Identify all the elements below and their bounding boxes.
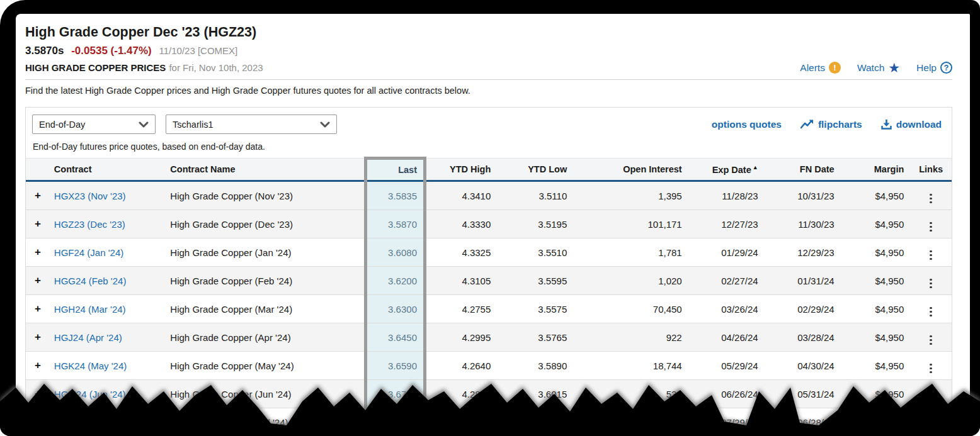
- ytd-high-cell: 4.2755: [424, 295, 497, 323]
- margin-cell: $4,950: [841, 380, 911, 408]
- contract-link[interactable]: HGJ24 (Apr '24): [54, 332, 122, 343]
- exp-date-cell: 02/27/24: [688, 267, 765, 295]
- margin-column-header[interactable]: Margin: [841, 159, 911, 181]
- expand-row-button[interactable]: +: [32, 274, 41, 286]
- exp-date-column-header[interactable]: Exp Date▲: [688, 159, 765, 181]
- expand-row-button[interactable]: +: [32, 388, 41, 400]
- contract-name-cell: High Grade Copper (Jun '24): [164, 380, 365, 408]
- contract-name-column-header[interactable]: Contract Name: [164, 159, 365, 181]
- links-menu-button[interactable]: [926, 221, 936, 233]
- links-menu-button[interactable]: [926, 391, 936, 403]
- screenshot-frame: High Grade Copper Dec '23 (HGZ23) 3.5870…: [0, 0, 980, 436]
- intro-text: Find the latest High Grade Copper prices…: [25, 84, 952, 97]
- watch-link[interactable]: Watch ★: [857, 61, 900, 74]
- ytd-low-cell: 3.6000: [497, 408, 573, 436]
- contract-link[interactable]: HGX23 (Nov '23): [54, 191, 126, 201]
- contract-name-cell: High Grade Copper (Mar '24): [164, 295, 365, 323]
- question-mark-icon: ?: [940, 62, 952, 74]
- frequency-select[interactable]: End-of-Day: [32, 115, 156, 134]
- fn-date-cell: 03/28/24: [765, 323, 841, 352]
- frequency-select-value: End-of-Day: [39, 120, 85, 130]
- expand-row-button[interactable]: +: [32, 246, 41, 258]
- ytd-low-cell: 3.5575: [497, 295, 573, 323]
- help-link[interactable]: Help ?: [916, 61, 952, 74]
- profile-select[interactable]: Tscharlis1: [166, 115, 337, 134]
- table-row: + HGJ24 (Apr '24) High Grade Copper (Apr…: [26, 323, 952, 352]
- quotes-toolbar: End-of-Day Tscharlis1 options quote: [26, 108, 952, 139]
- contract-link[interactable]: HGG24 (Feb '24): [54, 276, 127, 286]
- contract-name-cell: High Grade Copper (Apr '24): [164, 323, 365, 352]
- open-interest-cell: 1,781: [573, 238, 688, 267]
- links-menu-button[interactable]: [926, 419, 936, 432]
- open-interest-cell: 922: [573, 323, 688, 352]
- expand-row-button[interactable]: +: [32, 218, 41, 230]
- contract-link[interactable]: HGH24 (Mar '24): [54, 304, 126, 315]
- flipcharts-link[interactable]: flipcharts: [801, 119, 862, 130]
- contract-link[interactable]: HGN24 (Jul '24): [54, 417, 122, 428]
- download-label: download: [896, 119, 942, 130]
- download-link[interactable]: download: [881, 119, 942, 130]
- expand-row-button[interactable]: +: [32, 331, 41, 343]
- table-row: + HGM24 (Jun '24) High Grade Copper (Jun…: [26, 380, 952, 408]
- fn-date-cell: 02/29/24: [765, 295, 841, 323]
- contract-link[interactable]: HGK24 (May '24): [54, 361, 127, 371]
- contract-name-cell: High Grade Copper (Jan '24): [164, 238, 365, 267]
- flipchart-icon: [801, 119, 814, 130]
- fn-date-column-header[interactable]: FN Date: [765, 159, 841, 181]
- ytd-low-cell: 3.5510: [497, 238, 573, 267]
- exp-date-cell: 03/26/24: [688, 295, 765, 323]
- expand-row-button[interactable]: +: [32, 189, 41, 201]
- price-change: -0.0535 (-1.47%): [71, 45, 152, 57]
- fn-date-cell: 06/28/24: [765, 408, 841, 436]
- contract-name-cell: High Grade Copper (Feb '24): [164, 267, 365, 295]
- fn-date-cell: 01/31/24: [765, 267, 841, 295]
- contract-column-header[interactable]: Contract: [48, 159, 164, 181]
- last-price-cell: 3.6300: [365, 295, 424, 323]
- open-interest-cell: 18,744: [573, 352, 688, 380]
- fn-date-cell: 05/31/24: [765, 380, 841, 408]
- links-menu-button[interactable]: [926, 334, 936, 347]
- expand-row-button[interactable]: +: [32, 416, 41, 428]
- links-menu-button[interactable]: [926, 277, 936, 290]
- exp-date-cell: 11/28/23: [688, 181, 765, 210]
- links-menu-button[interactable]: [926, 306, 936, 318]
- contract-link[interactable]: HGZ23 (Dec '23): [54, 219, 125, 230]
- links-menu-button[interactable]: [926, 193, 936, 205]
- ytd-high-cell: 4.3325: [424, 238, 497, 267]
- options-quotes-link[interactable]: options quotes: [712, 119, 782, 130]
- fn-date-cell: 10/31/23: [765, 181, 841, 210]
- last-column-header[interactable]: Last: [365, 159, 424, 181]
- table-row: + HGN24 (Jul '24) High Grade Copper (Jul…: [26, 408, 952, 436]
- fn-date-cell: 04/30/24: [765, 352, 841, 380]
- links-menu-button[interactable]: [926, 249, 936, 262]
- open-interest-column-header[interactable]: Open Interest: [573, 159, 688, 181]
- open-interest-cell: 12,081: [573, 408, 688, 436]
- links-menu-button[interactable]: [926, 362, 936, 375]
- last-price: 3.5870s: [25, 45, 64, 57]
- ytd-low-column-header[interactable]: YTD Low: [497, 159, 573, 181]
- ytd-low-cell: 3.5890: [497, 352, 573, 380]
- contract-link[interactable]: HGF24 (Jan '24): [54, 247, 123, 258]
- ytd-high-column-header[interactable]: YTD High: [424, 159, 497, 181]
- expand-row-button[interactable]: +: [32, 303, 41, 315]
- links-column-header: Links: [910, 159, 952, 181]
- exp-date-label: Exp Date: [712, 165, 751, 175]
- expand-row-button[interactable]: +: [32, 359, 41, 371]
- last-price-cell: 3.6730: [365, 380, 424, 408]
- expand-column-header: [26, 159, 48, 181]
- margin-cell: $4,950: [841, 295, 911, 323]
- margin-cell: $4,950: [841, 352, 911, 380]
- table-caption: End-of-Day futures price quotes, based o…: [26, 139, 952, 157]
- contract-link[interactable]: HGM24 (Jun '24): [54, 389, 126, 400]
- ytd-low-cell: 3.5195: [497, 210, 573, 238]
- help-label: Help: [916, 61, 937, 74]
- margin-cell: $4,950: [841, 210, 911, 238]
- contract-name-cell: High Grade Copper (May '24): [164, 352, 365, 380]
- open-interest-cell: 101,171: [573, 210, 688, 238]
- alerts-link[interactable]: Alerts !: [800, 61, 841, 74]
- contract-name-cell: High Grade Copper (Dec '23): [164, 210, 365, 238]
- download-icon: [881, 119, 892, 130]
- star-icon: ★: [888, 62, 900, 74]
- options-quotes-label: options quotes: [712, 119, 782, 130]
- margin-cell: $4,950: [841, 181, 911, 210]
